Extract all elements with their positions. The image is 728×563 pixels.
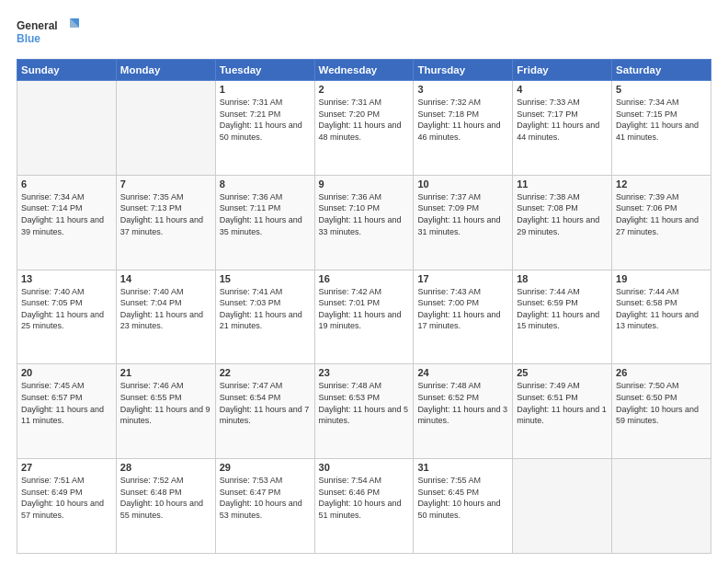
calendar-cell: 7Sunrise: 7:35 AMSunset: 7:13 PMDaylight… <box>116 175 215 270</box>
day-number: 21 <box>120 367 211 378</box>
cell-info: Sunrise: 7:31 AMSunset: 7:21 PMDaylight:… <box>220 97 311 143</box>
calendar-cell: 21Sunrise: 7:46 AMSunset: 6:55 PMDayligh… <box>116 364 215 459</box>
header: General Blue <box>17 17 711 52</box>
calendar-cell: 30Sunrise: 7:54 AMSunset: 6:46 PMDayligh… <box>314 459 414 554</box>
calendar-cell: 25Sunrise: 7:49 AMSunset: 6:51 PMDayligh… <box>513 364 612 459</box>
calendar-week-row: 1Sunrise: 7:31 AMSunset: 7:21 PMDaylight… <box>17 81 711 176</box>
calendar-week-row: 20Sunrise: 7:45 AMSunset: 6:57 PMDayligh… <box>17 364 711 459</box>
cell-info: Sunrise: 7:36 AMSunset: 7:11 PMDaylight:… <box>220 191 311 237</box>
cell-info: Sunrise: 7:34 AMSunset: 7:15 PMDaylight:… <box>616 97 707 143</box>
calendar-cell: 28Sunrise: 7:52 AMSunset: 6:48 PMDayligh… <box>116 459 215 554</box>
day-number: 2 <box>319 84 410 95</box>
calendar-cell: 29Sunrise: 7:53 AMSunset: 6:47 PMDayligh… <box>215 459 314 554</box>
cell-info: Sunrise: 7:50 AMSunset: 6:50 PMDaylight:… <box>616 380 707 426</box>
cell-info: Sunrise: 7:41 AMSunset: 7:03 PMDaylight:… <box>220 286 311 332</box>
calendar-cell: 17Sunrise: 7:43 AMSunset: 7:00 PMDayligh… <box>414 270 513 364</box>
calendar-cell <box>17 81 117 176</box>
day-number: 15 <box>220 273 311 284</box>
calendar-cell: 13Sunrise: 7:40 AMSunset: 7:05 PMDayligh… <box>17 270 117 364</box>
calendar-cell: 14Sunrise: 7:40 AMSunset: 7:04 PMDayligh… <box>116 270 215 364</box>
page: General Blue SundayMondayTuesdayWednesda… <box>0 0 728 563</box>
weekday-header: Sunday <box>17 60 117 81</box>
day-number: 4 <box>517 84 608 95</box>
calendar-cell: 16Sunrise: 7:42 AMSunset: 7:01 PMDayligh… <box>314 270 414 364</box>
cell-info: Sunrise: 7:46 AMSunset: 6:55 PMDaylight:… <box>120 380 211 426</box>
day-number: 17 <box>417 273 508 284</box>
calendar-cell: 11Sunrise: 7:38 AMSunset: 7:08 PMDayligh… <box>513 175 612 270</box>
day-number: 22 <box>220 367 311 378</box>
cell-info: Sunrise: 7:42 AMSunset: 7:01 PMDaylight:… <box>319 286 410 332</box>
calendar-cell: 22Sunrise: 7:47 AMSunset: 6:54 PMDayligh… <box>215 364 314 459</box>
cell-info: Sunrise: 7:53 AMSunset: 6:47 PMDaylight:… <box>220 475 311 521</box>
day-number: 5 <box>616 84 707 95</box>
weekday-header: Wednesday <box>314 60 414 81</box>
day-number: 31 <box>417 462 508 473</box>
day-number: 12 <box>616 178 707 190</box>
day-number: 3 <box>417 84 508 95</box>
day-number: 7 <box>120 178 211 190</box>
cell-info: Sunrise: 7:43 AMSunset: 7:00 PMDaylight:… <box>417 286 508 332</box>
day-number: 18 <box>517 273 608 284</box>
calendar-cell: 18Sunrise: 7:44 AMSunset: 6:59 PMDayligh… <box>513 270 612 364</box>
day-number: 13 <box>21 273 112 284</box>
cell-info: Sunrise: 7:40 AMSunset: 7:05 PMDaylight:… <box>21 286 112 332</box>
weekday-header: Monday <box>116 60 215 81</box>
calendar-cell <box>612 459 711 554</box>
calendar-cell: 15Sunrise: 7:41 AMSunset: 7:03 PMDayligh… <box>215 270 314 364</box>
day-number: 29 <box>220 462 311 473</box>
calendar-cell: 3Sunrise: 7:32 AMSunset: 7:18 PMDaylight… <box>414 81 513 176</box>
day-number: 30 <box>319 462 410 473</box>
cell-info: Sunrise: 7:44 AMSunset: 6:58 PMDaylight:… <box>616 286 707 332</box>
cell-info: Sunrise: 7:51 AMSunset: 6:49 PMDaylight:… <box>21 475 112 521</box>
cell-info: Sunrise: 7:40 AMSunset: 7:04 PMDaylight:… <box>120 286 211 332</box>
calendar-cell: 10Sunrise: 7:37 AMSunset: 7:09 PMDayligh… <box>414 175 513 270</box>
cell-info: Sunrise: 7:44 AMSunset: 6:59 PMDaylight:… <box>517 286 608 332</box>
calendar-cell: 2Sunrise: 7:31 AMSunset: 7:20 PMDaylight… <box>314 81 414 176</box>
calendar-cell: 6Sunrise: 7:34 AMSunset: 7:14 PMDaylight… <box>17 175 117 270</box>
calendar-cell: 26Sunrise: 7:50 AMSunset: 6:50 PMDayligh… <box>612 364 711 459</box>
cell-info: Sunrise: 7:35 AMSunset: 7:13 PMDaylight:… <box>120 191 211 237</box>
day-number: 14 <box>120 273 211 284</box>
cell-info: Sunrise: 7:38 AMSunset: 7:08 PMDaylight:… <box>517 191 608 237</box>
calendar-cell: 31Sunrise: 7:55 AMSunset: 6:45 PMDayligh… <box>414 459 513 554</box>
cell-info: Sunrise: 7:37 AMSunset: 7:09 PMDaylight:… <box>417 191 508 237</box>
calendar-cell: 27Sunrise: 7:51 AMSunset: 6:49 PMDayligh… <box>17 459 117 554</box>
calendar-cell: 8Sunrise: 7:36 AMSunset: 7:11 PMDaylight… <box>215 175 314 270</box>
weekday-header: Friday <box>513 60 612 81</box>
calendar-cell <box>513 459 612 554</box>
cell-info: Sunrise: 7:33 AMSunset: 7:17 PMDaylight:… <box>517 97 608 143</box>
day-number: 19 <box>616 273 707 284</box>
calendar-table: SundayMondayTuesdayWednesdayThursdayFrid… <box>17 59 711 554</box>
cell-info: Sunrise: 7:34 AMSunset: 7:14 PMDaylight:… <box>21 191 112 237</box>
weekday-header: Thursday <box>414 60 513 81</box>
day-number: 27 <box>21 462 112 473</box>
logo-svg: General Blue <box>17 17 81 52</box>
calendar-cell: 1Sunrise: 7:31 AMSunset: 7:21 PMDaylight… <box>215 81 314 176</box>
calendar-week-row: 6Sunrise: 7:34 AMSunset: 7:14 PMDaylight… <box>17 175 711 270</box>
calendar-cell: 4Sunrise: 7:33 AMSunset: 7:17 PMDaylight… <box>513 81 612 176</box>
day-number: 23 <box>319 367 410 378</box>
calendar-cell: 12Sunrise: 7:39 AMSunset: 7:06 PMDayligh… <box>612 175 711 270</box>
weekday-header-row: SundayMondayTuesdayWednesdayThursdayFrid… <box>17 60 711 81</box>
cell-info: Sunrise: 7:48 AMSunset: 6:53 PMDaylight:… <box>319 380 410 426</box>
cell-info: Sunrise: 7:47 AMSunset: 6:54 PMDaylight:… <box>220 380 311 426</box>
calendar-week-row: 13Sunrise: 7:40 AMSunset: 7:05 PMDayligh… <box>17 270 711 364</box>
day-number: 1 <box>220 84 311 95</box>
cell-info: Sunrise: 7:52 AMSunset: 6:48 PMDaylight:… <box>120 475 211 521</box>
calendar-cell: 23Sunrise: 7:48 AMSunset: 6:53 PMDayligh… <box>314 364 414 459</box>
calendar-week-row: 27Sunrise: 7:51 AMSunset: 6:49 PMDayligh… <box>17 459 711 554</box>
day-number: 24 <box>417 367 508 378</box>
day-number: 11 <box>517 178 608 190</box>
day-number: 26 <box>616 367 707 378</box>
day-number: 10 <box>417 178 508 190</box>
logo: General Blue <box>17 17 81 52</box>
calendar-cell: 5Sunrise: 7:34 AMSunset: 7:15 PMDaylight… <box>612 81 711 176</box>
day-number: 28 <box>120 462 211 473</box>
svg-text:Blue: Blue <box>17 32 40 45</box>
calendar-cell: 19Sunrise: 7:44 AMSunset: 6:58 PMDayligh… <box>612 270 711 364</box>
cell-info: Sunrise: 7:54 AMSunset: 6:46 PMDaylight:… <box>319 475 410 521</box>
cell-info: Sunrise: 7:49 AMSunset: 6:51 PMDaylight:… <box>517 380 608 426</box>
calendar-cell: 20Sunrise: 7:45 AMSunset: 6:57 PMDayligh… <box>17 364 117 459</box>
cell-info: Sunrise: 7:31 AMSunset: 7:20 PMDaylight:… <box>319 97 410 143</box>
day-number: 16 <box>319 273 410 284</box>
